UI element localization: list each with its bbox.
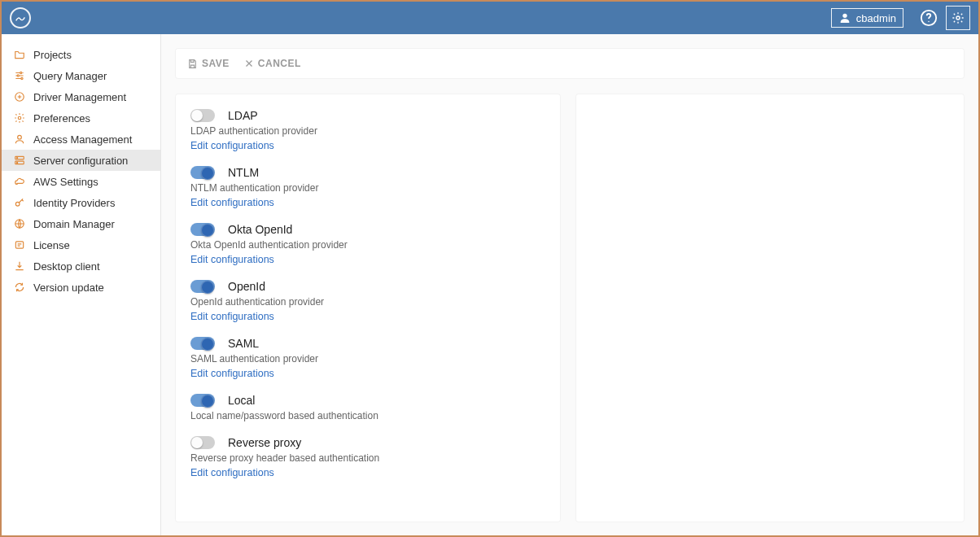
- user-icon: [838, 11, 851, 24]
- sidebar-item-label: Version update: [33, 282, 104, 294]
- globe-icon: [13, 217, 26, 230]
- top-bar: cbadmin: [2, 2, 978, 34]
- sidebar-item-label: Identity Providers: [33, 197, 115, 209]
- sidebar-item-label: Query Manager: [33, 70, 107, 82]
- provider-row: LocalLocal name/password based authentic…: [190, 394, 545, 421]
- provider-row: Reverse proxyReverse proxy header based …: [190, 436, 545, 478]
- user-menu[interactable]: cbadmin: [831, 8, 903, 28]
- sidebar-item-driver-management[interactable]: Driver Management: [2, 86, 160, 107]
- license-icon: [13, 238, 26, 251]
- provider-row: OpenIdOpenId authentication providerEdit…: [190, 280, 545, 322]
- provider-toggle[interactable]: [190, 166, 215, 179]
- sidebar-item-preferences[interactable]: Preferences: [2, 107, 160, 129]
- update-icon: [13, 281, 26, 294]
- svg-rect-17: [15, 242, 23, 248]
- action-bar: SAVE CANCEL: [176, 49, 964, 78]
- provider-description: Local name/password based authentication: [190, 410, 545, 421]
- sidebar-item-access-management[interactable]: Access Management: [2, 129, 160, 150]
- provider-toggle[interactable]: [190, 223, 215, 236]
- cancel-label: CANCEL: [258, 58, 301, 69]
- username-label: cbadmin: [856, 12, 896, 24]
- provider-name: SAML: [228, 337, 259, 350]
- provider-description: OpenId authentication provider: [190, 296, 545, 308]
- app-logo-icon[interactable]: [10, 7, 31, 28]
- provider-name: Okta OpenId: [228, 223, 292, 236]
- providers-panel: LDAPLDAP authentication providerEdit con…: [176, 94, 560, 522]
- sidebar-item-version-update[interactable]: Version update: [2, 277, 160, 298]
- sidebar-item-server-configuration[interactable]: Server configuration: [2, 150, 160, 171]
- cloud-icon: [13, 175, 26, 188]
- folder-icon: [13, 48, 26, 61]
- svg-point-14: [17, 162, 18, 163]
- provider-toggle[interactable]: [190, 109, 215, 122]
- provider-row: NTLMNTLM authentication providerEdit con…: [190, 166, 545, 208]
- sidebar-item-desktop-client[interactable]: Desktop client: [2, 255, 160, 277]
- close-icon: [244, 59, 254, 68]
- svg-point-13: [17, 158, 18, 159]
- sidebar-item-license[interactable]: License: [2, 234, 160, 255]
- content-area: SAVE CANCEL LDAPLDAP authentication prov…: [161, 34, 978, 535]
- sidebar-item-label: Access Management: [33, 133, 132, 146]
- provider-toggle[interactable]: [190, 280, 215, 293]
- provider-name: OpenId: [228, 280, 265, 293]
- edit-configurations-link[interactable]: Edit configurations: [190, 140, 545, 151]
- edit-configurations-link[interactable]: Edit configurations: [190, 197, 545, 208]
- provider-row: SAMLSAML authentication providerEdit con…: [190, 337, 545, 379]
- sidebar-item-label: License: [33, 239, 70, 251]
- provider-row: Okta OpenIdOkta OpenId authentication pr…: [190, 223, 545, 265]
- svg-point-15: [15, 202, 20, 206]
- svg-point-4: [956, 16, 960, 20]
- provider-name: Local: [228, 394, 255, 407]
- sidebar-item-label: Projects: [33, 49, 72, 61]
- save-icon: [187, 59, 198, 69]
- svg-point-3: [928, 21, 929, 22]
- provider-toggle[interactable]: [190, 436, 215, 449]
- edit-configurations-link[interactable]: Edit configurations: [190, 254, 545, 265]
- provider-description: Okta OpenId authentication provider: [190, 239, 545, 251]
- save-label: SAVE: [202, 58, 230, 69]
- download-icon: [13, 260, 26, 273]
- gear-icon: [13, 111, 26, 124]
- svg-point-7: [21, 77, 23, 79]
- sidebar-item-label: Domain Manager: [33, 218, 115, 230]
- sidebar-item-aws-settings[interactable]: AWS Settings: [2, 171, 160, 192]
- svg-point-5: [20, 72, 22, 73]
- sliders-icon: [13, 69, 26, 82]
- sidebar-item-label: Preferences: [33, 112, 90, 124]
- provider-description: Reverse proxy header based authenticatio…: [190, 452, 545, 464]
- details-panel: [576, 94, 964, 522]
- help-button[interactable]: [917, 6, 941, 30]
- server-icon: [13, 154, 26, 167]
- svg-point-1: [842, 14, 847, 18]
- sidebar-item-label: AWS Settings: [33, 176, 98, 188]
- sidebar: Projects Query Manager Driver Management…: [2, 34, 161, 535]
- sidebar-item-label: Server configuration: [33, 155, 128, 167]
- provider-toggle[interactable]: [190, 394, 215, 407]
- cancel-button[interactable]: CANCEL: [244, 58, 301, 69]
- key-icon: [13, 196, 26, 209]
- svg-point-10: [18, 135, 22, 139]
- driver-icon: [13, 90, 26, 103]
- svg-point-6: [17, 75, 19, 76]
- provider-name: Reverse proxy: [228, 436, 301, 449]
- person-icon: [13, 133, 26, 146]
- settings-button[interactable]: [946, 6, 970, 30]
- edit-configurations-link[interactable]: Edit configurations: [190, 467, 545, 478]
- save-button[interactable]: SAVE: [187, 58, 230, 69]
- sidebar-item-label: Driver Management: [33, 91, 126, 103]
- provider-description: LDAP authentication provider: [190, 125, 545, 137]
- sidebar-item-query-manager[interactable]: Query Manager: [2, 65, 160, 86]
- edit-configurations-link[interactable]: Edit configurations: [190, 368, 545, 379]
- provider-row: LDAPLDAP authentication providerEdit con…: [190, 109, 545, 151]
- sidebar-item-domain-manager[interactable]: Domain Manager: [2, 213, 160, 234]
- sidebar-item-projects[interactable]: Projects: [2, 44, 160, 65]
- svg-point-9: [18, 116, 21, 120]
- provider-description: NTLM authentication provider: [190, 182, 545, 194]
- sidebar-item-label: Desktop client: [33, 260, 100, 273]
- provider-description: SAML authentication provider: [190, 353, 545, 365]
- sidebar-item-identity-providers[interactable]: Identity Providers: [2, 192, 160, 213]
- provider-toggle[interactable]: [190, 337, 215, 350]
- provider-name: NTLM: [228, 166, 259, 179]
- edit-configurations-link[interactable]: Edit configurations: [190, 311, 545, 322]
- provider-name: LDAP: [228, 109, 258, 122]
